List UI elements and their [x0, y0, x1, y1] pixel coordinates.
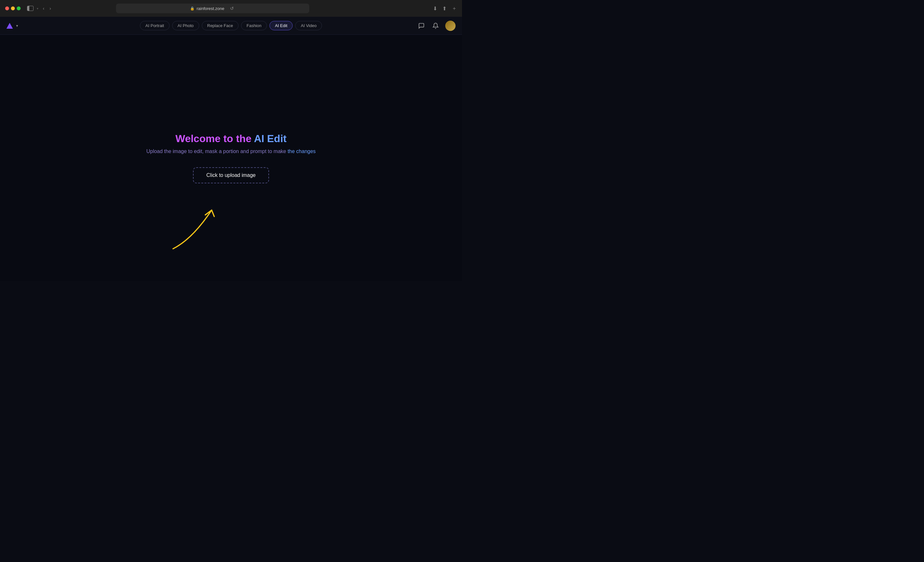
browser-chrome: ▾ ‹ › 🔒 rainforest.zone ↺ ⬇ ⬆ ＋ [0, 0, 462, 17]
tab-ai-photo[interactable]: AI Photo [172, 21, 199, 30]
nav-tabs: AI Portrait AI Photo Replace Face Fashio… [140, 21, 322, 30]
subtitle-prefix: Upload the image to edit, mask a portion… [146, 149, 287, 154]
maximize-button[interactable] [17, 6, 21, 10]
tab-replace-face[interactable]: Replace Face [202, 21, 238, 30]
arrow-annotation [166, 184, 247, 255]
new-tab-icon[interactable]: ＋ [452, 5, 457, 12]
welcome-section: Welcome to the AI Edit Upload the image … [146, 133, 316, 154]
tab-fashion[interactable]: Fashion [241, 21, 267, 30]
logo-chevron-icon: ▾ [16, 24, 18, 28]
logo-area[interactable]: ▾ [6, 23, 18, 29]
app-header: ▾ AI Portrait AI Photo Replace Face Fash… [0, 17, 462, 35]
back-button[interactable]: ‹ [42, 5, 46, 12]
lock-icon: 🔒 [190, 6, 195, 11]
close-button[interactable] [5, 6, 9, 10]
subtitle-highlight: the changes [288, 149, 316, 154]
upload-image-button[interactable]: Click to upload image [193, 167, 269, 183]
tab-ai-edit[interactable]: AI Edit [269, 21, 292, 30]
welcome-text-prefix: Welcome to the [176, 133, 254, 144]
refresh-button[interactable]: ↺ [229, 5, 235, 12]
welcome-title: Welcome to the AI Edit [176, 133, 287, 145]
avatar[interactable] [445, 21, 456, 31]
browser-navigation: ▾ ‹ › [27, 5, 52, 12]
browser-right-controls: ⬇ ⬆ ＋ [433, 5, 457, 12]
logo-icon [6, 23, 13, 29]
notifications-button[interactable] [431, 21, 440, 30]
chat-button[interactable] [417, 21, 426, 30]
share-icon[interactable]: ⬆ [442, 6, 447, 12]
welcome-highlight: AI Edit [254, 133, 286, 144]
minimize-button[interactable] [11, 6, 15, 10]
main-content: Welcome to the AI Edit Upload the image … [0, 35, 462, 281]
address-bar[interactable]: 🔒 rainforest.zone ↺ [116, 3, 309, 13]
traffic-lights [5, 6, 21, 10]
tab-ai-video[interactable]: AI Video [296, 21, 322, 30]
sidebar-toggle-icon[interactable] [27, 6, 33, 11]
forward-button[interactable]: › [48, 5, 52, 12]
welcome-subtitle: Upload the image to edit, mask a portion… [146, 149, 316, 154]
url-text: rainforest.zone [196, 6, 224, 11]
tab-ai-portrait[interactable]: AI Portrait [140, 21, 170, 30]
download-icon[interactable]: ⬇ [433, 6, 437, 12]
header-right [417, 21, 456, 31]
